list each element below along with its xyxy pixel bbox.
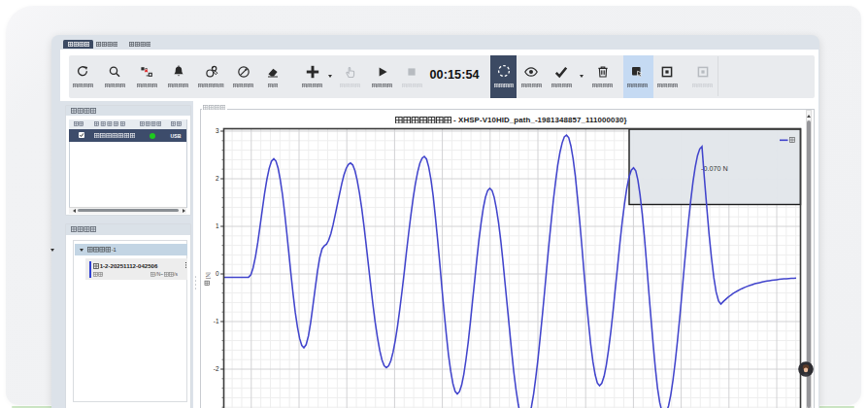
svg-text:-0.070 N: -0.070 N [701,164,728,173]
svg-text:3: 3 [216,127,219,134]
svg-text:[N]: [N] [205,272,211,279]
svg-text:-2: -2 [214,365,219,372]
svg-text:2: 2 [216,175,219,182]
svg-text:1: 1 [216,222,219,229]
svg-text:-1: -1 [214,318,219,324]
svg-text:0: 0 [216,270,219,277]
